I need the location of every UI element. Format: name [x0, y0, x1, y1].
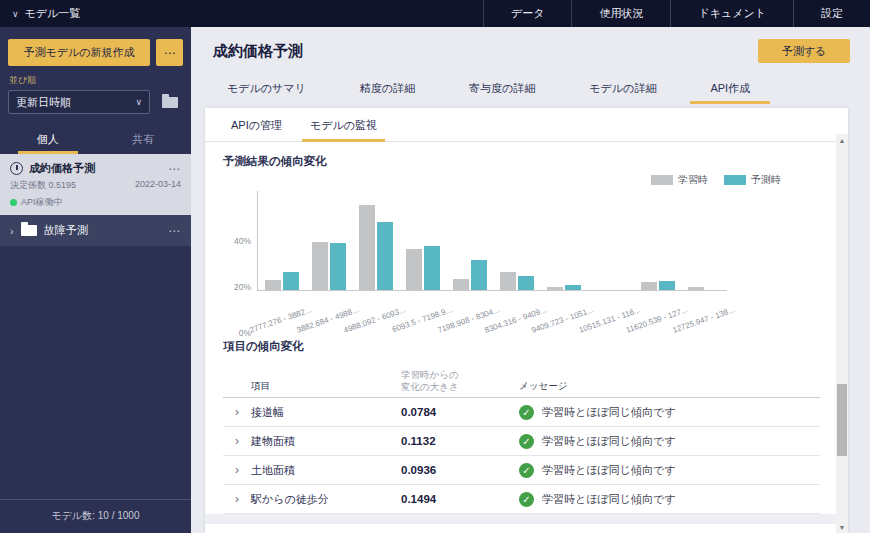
- item-name: 接道幅: [251, 405, 401, 420]
- nav-item-settings[interactable]: 設定: [793, 0, 870, 27]
- check-icon: ✓: [519, 463, 534, 478]
- predict-button[interactable]: 予測する: [758, 39, 850, 63]
- new-folder-button[interactable]: [156, 90, 183, 114]
- y-tick-label: 40%: [234, 236, 251, 246]
- section-title-prediction-trend: 予測結果の傾向変化: [223, 154, 836, 169]
- chart-plot: [257, 191, 727, 291]
- message-text: 学習時とほぼ同じ傾向です: [542, 434, 676, 449]
- vertical-scrollbar[interactable]: ▲ ▼: [836, 134, 848, 533]
- change-value: 0.0936: [401, 464, 519, 476]
- sort-order-select[interactable]: 更新日時順 ∨: [8, 90, 150, 114]
- legend-item-predict: 予測時: [724, 173, 781, 187]
- message-cell: ✓学習時とほぼ同じ傾向です: [519, 492, 820, 507]
- legend-swatch: [651, 175, 673, 185]
- main-area: 成約価格予測 予測する モデルのサマリ 精度の詳細 寄与度の詳細 モデルの詳細 …: [191, 27, 870, 533]
- tab-model-detail[interactable]: モデルの詳細: [575, 77, 670, 104]
- legend-label: 予測時: [751, 173, 781, 187]
- message-cell: ✓学習時とほぼ同じ傾向です: [519, 434, 820, 449]
- bar-train: [688, 287, 704, 290]
- nav-label: ドキュメント: [698, 6, 766, 21]
- folder-icon: [162, 97, 178, 108]
- nav-item-documents[interactable]: ドキュメント: [670, 0, 793, 27]
- sort-order-label: 並び順: [9, 74, 183, 87]
- nav-item-data[interactable]: データ: [483, 0, 572, 27]
- bar-predict: [518, 276, 534, 290]
- column-header-message: メッセージ: [519, 380, 820, 393]
- model-list-menu[interactable]: ∨ モデル一覧: [0, 0, 92, 27]
- bar-group: [681, 287, 728, 290]
- table-row[interactable]: ›接道幅0.0784✓学習時とほぼ同じ傾向です: [223, 398, 820, 427]
- bar-group: [352, 205, 399, 290]
- more-options-button[interactable]: ⋯: [156, 39, 183, 66]
- top-bar: ∨ モデル一覧 データ 使用状況 ドキュメント 設定: [0, 0, 870, 27]
- row-expand-chevron[interactable]: ›: [223, 463, 251, 477]
- main-tabs: モデルのサマリ 精度の詳細 寄与度の詳細 モデルの詳細 API作成: [213, 77, 870, 104]
- chart-x-axis: 2777.276 - 3882...3882.684 - 4988...4988…: [257, 291, 727, 333]
- table-body: ›接道幅0.0784✓学習時とほぼ同じ傾向です›建物面積0.1132✓学習時とほ…: [223, 398, 820, 514]
- bar-train: [359, 205, 375, 290]
- table-row[interactable]: ›駅からの徒歩分0.1494✓学習時とほぼ同じ傾向です: [223, 485, 820, 514]
- y-tick-label: 20%: [234, 282, 251, 292]
- legend-item-train: 学習時: [651, 173, 708, 187]
- bar-train: [547, 287, 563, 290]
- model-more-button[interactable]: ⋯: [168, 162, 181, 176]
- item-name: 建物面積: [251, 434, 401, 449]
- chevron-down-icon: ∨: [135, 97, 142, 107]
- content-panel: APIの管理 モデルの監視 予測結果の傾向変化 学習時予測時 0%20%40% …: [205, 108, 848, 533]
- model-name: 成約価格予測: [29, 161, 162, 176]
- change-value: 0.0784: [401, 406, 519, 418]
- item-name: 土地面積: [251, 463, 401, 478]
- row-expand-chevron[interactable]: ›: [223, 492, 251, 506]
- model-list-label: モデル一覧: [25, 6, 81, 21]
- bar-train: [406, 249, 422, 290]
- bar-predict: [565, 285, 581, 290]
- bar-group: [634, 281, 681, 290]
- bar-train: [641, 282, 657, 290]
- legend-swatch: [724, 175, 746, 185]
- table-row[interactable]: ›土地面積0.0936✓学習時とほぼ同じ傾向です: [223, 456, 820, 485]
- tab-api-create[interactable]: API作成: [696, 77, 764, 104]
- folder-icon: [21, 225, 37, 236]
- model-count: モデル数: 10 / 1000: [0, 499, 191, 533]
- panel-content: 予測結果の傾向変化 学習時予測時 0%20%40% 2777.276 - 388…: [205, 134, 836, 533]
- table-row[interactable]: ›建物面積0.1132✓学習時とほぼ同じ傾向です: [223, 427, 820, 456]
- bar-train: [500, 272, 516, 290]
- legend-label: 学習時: [678, 173, 708, 187]
- api-status-label: API稼働中: [21, 196, 63, 209]
- message-text: 学習時とほぼ同じ傾向です: [542, 463, 676, 478]
- item-trend-table: 項目 学習時からの変化の大きさ メッセージ ›接道幅0.0784✓学習時とほぼ同…: [223, 364, 820, 514]
- message-text: 学習時とほぼ同じ傾向です: [542, 492, 676, 507]
- nav-item-usage[interactable]: 使用状況: [571, 0, 670, 27]
- bar-group: [446, 260, 493, 290]
- bar-group: [493, 272, 540, 290]
- chart-groups: [258, 191, 728, 290]
- row-expand-chevron[interactable]: ›: [223, 405, 251, 419]
- page-title: 成約価格予測: [213, 42, 303, 61]
- tab-accuracy-detail[interactable]: 精度の詳細: [346, 77, 429, 104]
- change-value: 0.1132: [401, 435, 519, 447]
- scroll-up-arrow[interactable]: ▲: [836, 134, 848, 146]
- bar-predict: [330, 243, 346, 290]
- row-expand-chevron[interactable]: ›: [223, 434, 251, 448]
- change-value: 0.1494: [401, 493, 519, 505]
- bar-predict: [424, 246, 440, 290]
- new-model-button[interactable]: 予測モデルの新規作成: [8, 39, 150, 66]
- folder-list-item[interactable]: › 故障予測 ⋯: [0, 215, 191, 246]
- folder-more-button[interactable]: ⋯: [168, 224, 181, 238]
- scroll-down-arrow[interactable]: ▼: [836, 521, 848, 533]
- tab-model-summary[interactable]: モデルのサマリ: [213, 77, 320, 104]
- model-list-item-selected[interactable]: 成約価格予測 ⋯ 決定係数 0.5195 2022-03-14 API稼働中: [0, 154, 191, 215]
- bar-group: [305, 242, 352, 290]
- bar-predict: [471, 260, 487, 290]
- nav-label: 設定: [821, 6, 843, 21]
- column-header-item: 項目: [251, 380, 401, 393]
- sidebar-tab-shared[interactable]: 共有: [96, 126, 192, 154]
- sort-order-value: 更新日時順: [16, 95, 71, 110]
- scrollbar-thumb[interactable]: [837, 384, 847, 456]
- sidebar-tab-personal[interactable]: 個人: [0, 126, 96, 154]
- tab-contribution-detail[interactable]: 寄与度の詳細: [455, 77, 549, 104]
- bar-predict: [659, 281, 675, 290]
- bar-group: [540, 285, 587, 290]
- section-title-item-trend: 項目の傾向変化: [223, 339, 836, 354]
- message-cell: ✓学習時とほぼ同じ傾向です: [519, 405, 820, 420]
